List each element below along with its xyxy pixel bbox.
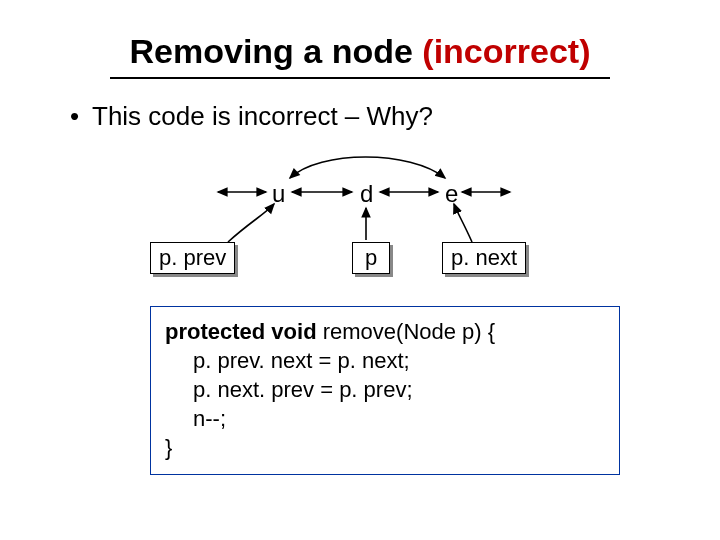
title-part2: (incorrect): [413, 32, 591, 70]
slide-title: Removing a node (incorrect): [40, 32, 680, 71]
keyword-protected-void: protected void: [165, 319, 317, 344]
code-line-4: n--;: [165, 404, 605, 433]
title-underline: [110, 77, 610, 79]
node-u: u: [272, 180, 285, 208]
code-line-1: protected void remove(Node p) {: [165, 317, 605, 346]
title-part1: Removing a node: [130, 32, 413, 70]
bullet-line: •This code is incorrect – Why?: [70, 101, 680, 132]
label-p-next: p. next: [442, 242, 526, 274]
code-line-2: p. prev. next = p. next;: [165, 346, 605, 375]
code-line-3: p. next. prev = p. prev;: [165, 375, 605, 404]
code-line-5: }: [165, 433, 605, 462]
label-p-prev: p. prev: [150, 242, 235, 274]
bullet-text: This code is incorrect – Why?: [92, 101, 433, 131]
bullet-dot: •: [70, 101, 92, 132]
code-sig-rest: remove(Node p) {: [317, 319, 496, 344]
linked-list-diagram: u d e p. prev p p. next: [40, 142, 680, 292]
node-e: e: [445, 180, 458, 208]
node-d: d: [360, 180, 373, 208]
label-p: p: [352, 242, 390, 274]
code-box: protected void remove(Node p) { p. prev.…: [150, 306, 620, 475]
